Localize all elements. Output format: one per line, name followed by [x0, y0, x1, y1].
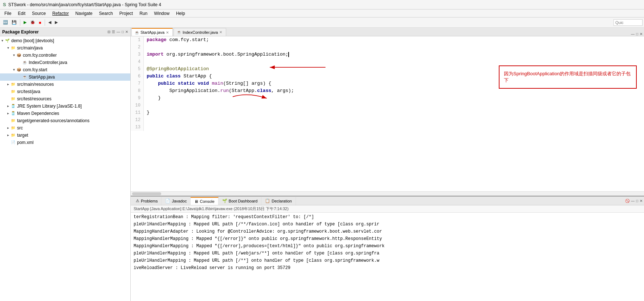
bottom-tab-javadoc[interactable]: 📄 Javadoc	[162, 197, 191, 205]
main-layout: Package Explorer ⊟ ☰ — □ ✕ ▾ 🌱 demo [boo…	[0, 28, 644, 301]
code-line-1: 1 package com.fcy.start;	[131, 36, 644, 44]
menu-project[interactable]: Project	[117, 10, 136, 17]
tree-label-src-main-java: src/main/java	[17, 45, 43, 51]
toolbar-save[interactable]: 💾	[10, 19, 18, 25]
tree-toggle-target[interactable]: ▸	[6, 132, 10, 139]
tree-item-demo[interactable]: ▾ 🌱 demo [boot] [devtools]	[0, 37, 130, 44]
tree-item-jre-system[interactable]: ▸ 🫙 JRE System Library [JavaSE-1.8]	[0, 103, 130, 110]
h-scrollbar-thumb[interactable]	[132, 192, 161, 195]
tree-toggle-com-fcy-controller[interactable]: ▾	[12, 52, 16, 59]
toolbar-sep-1	[20, 19, 20, 26]
toolbar-stop[interactable]: ■	[37, 20, 43, 25]
menu-source[interactable]: Source	[29, 10, 49, 17]
h-scrollbar[interactable]	[131, 191, 644, 196]
menu-file[interactable]: File	[1, 10, 14, 17]
tree-item-pom-xml[interactable]: 📄 pom.xml	[0, 139, 130, 146]
tree-item-StartApp[interactable]: ☕ StartApp.java	[0, 73, 130, 81]
toolbar-new[interactable]: 🆕	[1, 19, 9, 25]
tree-item-IndexController[interactable]: ☕ IndexController.java	[0, 59, 130, 66]
menu-refactor[interactable]: Refactor	[49, 10, 72, 17]
editor-tab-IndexController-java[interactable]: ☕ IndexController.java ✕	[174, 28, 226, 36]
panel-controls: ⊟ ☰ — □ ✕	[107, 30, 128, 34]
annotation-text: 因为SpringBootApplication的作用域是扫描同级或者它的子包下	[504, 71, 631, 83]
bottom-clear[interactable]: 🚫	[625, 199, 629, 203]
quick-access-input[interactable]	[614, 19, 643, 26]
tab-close[interactable]: ✕	[219, 30, 222, 34]
bottom-minimize[interactable]: —	[631, 199, 635, 203]
menu-run[interactable]: Run	[136, 10, 150, 17]
toolbar-debug[interactable]: 🐞	[29, 19, 37, 25]
code-line-12: 12	[131, 116, 644, 124]
tree-icon-java: ☕	[22, 60, 28, 65]
editor-tab-StartApp-java[interactable]: ☕ StartApp.java ✕	[131, 28, 173, 36]
tree-item-src[interactable]: ▸ 📁 src	[0, 124, 130, 132]
menu-navigate[interactable]: Navigate	[72, 10, 95, 17]
package-explorer: Package Explorer ⊟ ☰ — □ ✕ ▾ 🌱 demo [boo…	[0, 28, 131, 301]
tree-item-src-main-java[interactable]: ▾ 📁 src/main/java	[0, 44, 130, 52]
tree-toggle-com-fcy-start[interactable]: ▾	[12, 67, 16, 73]
tree-icon-folder: 📁	[10, 118, 16, 124]
toolbar-back[interactable]: ◀	[47, 19, 53, 25]
toolbar-forward[interactable]: ▶	[53, 19, 59, 25]
console-line: MappingHandlerMapping : Mapped "{[/error…	[134, 235, 641, 242]
tree-toggle-src-main-java[interactable]: ▾	[6, 45, 10, 51]
line-num-7: 7	[131, 80, 144, 87]
console-header: StartApp [Java Application] E:\Java\jdk1…	[131, 205, 644, 213]
line-num-12: 12	[131, 116, 144, 124]
line-num-6: 6	[131, 73, 144, 80]
editor-minimize[interactable]: —	[631, 32, 635, 36]
tab-icon: ☕	[177, 30, 181, 34]
bottom-tab-icon: 📄	[165, 198, 170, 203]
bottom-tab-problems[interactable]: ⚠ Problems	[132, 197, 162, 205]
menu-edit[interactable]: Edit	[15, 10, 28, 17]
panel-collapse[interactable]: ⊟	[107, 30, 110, 34]
bottom-maximize[interactable]: □	[636, 199, 638, 203]
bottom-tab-label: Declaration	[272, 199, 292, 203]
bottom-tab-boot-dashboard[interactable]: 🌱 Boot Dashboard	[219, 197, 262, 205]
tree-toggle-src[interactable]: ▸	[6, 125, 10, 131]
menu-search[interactable]: Search	[96, 10, 116, 17]
tree-item-com-fcy-controller[interactable]: ▾ 📦 com.fcy.controller	[0, 52, 130, 59]
tree-item-maven-deps[interactable]: ▸ 🫙 Maven Dependencies	[0, 110, 130, 117]
editor-maximize[interactable]: □	[636, 32, 638, 36]
line-num-2: 2	[131, 44, 144, 51]
tree-toggle-maven-deps[interactable]: ▸	[6, 110, 10, 117]
tab-close[interactable]: ✕	[166, 31, 169, 35]
panel-menu[interactable]: ☰	[112, 30, 115, 34]
bottom-close[interactable]: ✕	[640, 199, 643, 203]
tree-toggle-jre-system[interactable]: ▸	[6, 103, 10, 109]
tree-toggle-demo[interactable]: ▾	[0, 37, 4, 44]
code-line-9: 9 }	[131, 95, 644, 102]
tree-item-src-main-resources[interactable]: ▸ 📁 src/main/resources	[0, 81, 130, 88]
console-line: pleUrlHandlerMapping : Mapped URL path […	[134, 250, 641, 257]
bottom-tab-icon: 📋	[265, 198, 270, 203]
panel-maximize[interactable]: □	[122, 30, 124, 34]
toolbar-run[interactable]: ▶	[22, 19, 28, 25]
tree-item-target-generated[interactable]: 📁 target/generated-sources/annotations	[0, 117, 130, 124]
bottom-tab-console[interactable]: 🖥 Console	[191, 197, 218, 205]
tree-label-src-test-resources: src/test/resources	[17, 96, 52, 102]
bottom-tab-bar: ⚠ Problems 📄 Javadoc 🖥 Console 🌱 Boot Da…	[131, 197, 644, 205]
line-num-8: 8	[131, 87, 144, 95]
line-num-9: 9	[131, 95, 144, 102]
code-content-9: }	[144, 95, 644, 102]
panel-close[interactable]: ✕	[125, 30, 128, 34]
tree-item-target[interactable]: ▸ 📁 target	[0, 132, 130, 139]
editor-close[interactable]: ✕	[640, 32, 643, 36]
tree-toggle-src-main-resources[interactable]: ▸	[6, 81, 10, 88]
tree-item-src-test-java[interactable]: 📁 src/test/java	[0, 88, 130, 95]
line-num-10: 10	[131, 102, 144, 109]
console-output: terRegistrationBean : Mapping filter: 'r…	[131, 213, 644, 301]
tree-label-StartApp: StartApp.java	[29, 74, 55, 80]
menu-window[interactable]: Window	[151, 10, 172, 17]
menu-help[interactable]: Help	[173, 10, 188, 17]
code-line-4: 4	[131, 58, 644, 65]
tree-icon-jar: 🫙	[10, 103, 16, 109]
tree-item-com-fcy-start[interactable]: ▾ 📦 com.fcy.start	[0, 66, 130, 73]
bottom-tab-declaration[interactable]: 📋 Declaration	[261, 197, 296, 205]
tree-icon-xml: 📄	[10, 140, 16, 145]
tree-item-src-test-resources[interactable]: 📁 src/test/resources	[0, 95, 130, 103]
package-explorer-header: Package Explorer ⊟ ☰ — □ ✕	[0, 28, 130, 36]
code-editor[interactable]: 1 package com.fcy.start; 2 3 import org.…	[131, 36, 644, 191]
panel-minimize[interactable]: —	[117, 30, 120, 34]
